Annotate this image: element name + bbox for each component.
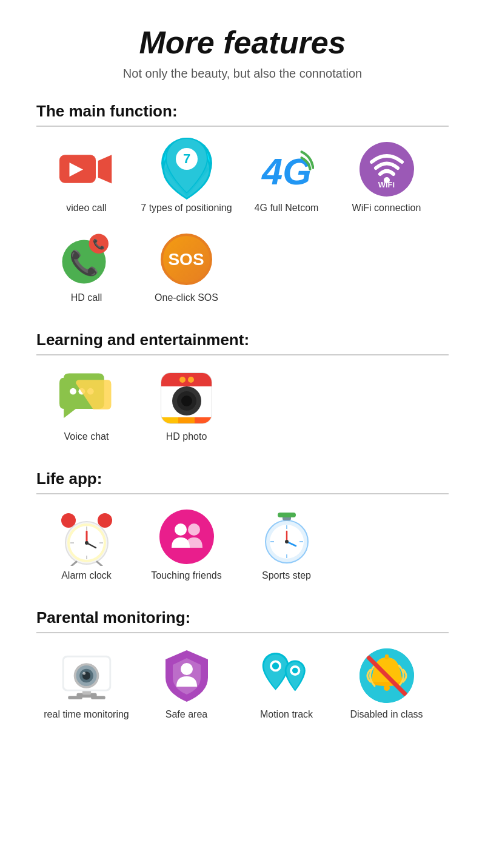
wifi-icon: WiFi <box>360 142 414 197</box>
page-title: More features <box>36 24 449 61</box>
feature-sos: SOS One-click SOS <box>136 232 236 303</box>
svg-marker-1 <box>98 155 112 183</box>
section-main-function: The main function: video call <box>36 102 449 309</box>
feature-wifi: WiFi WiFi connection <box>336 142 436 214</box>
page-wrapper: More features Not only the beauty, but a… <box>0 0 485 772</box>
alarm-clock-icon <box>59 510 114 564</box>
svg-rect-46 <box>278 513 296 517</box>
4g-label: 4G full Netcom <box>255 203 319 214</box>
feature-disabled-in-class: Disabled in class <box>336 648 436 720</box>
section-header-main-function: The main function: <box>36 102 449 127</box>
svg-text:4G: 4G <box>261 150 312 192</box>
voice-chat-icon <box>59 371 114 425</box>
feature-alarm-clock: Alarm clock <box>36 510 136 581</box>
wifi-label: WiFi connection <box>352 203 421 214</box>
svg-line-30 <box>72 562 76 566</box>
svg-point-15 <box>70 388 76 395</box>
hd-call-label: HD call <box>71 292 102 303</box>
svg-rect-57 <box>91 696 105 699</box>
disabled-in-class-icon <box>360 648 414 703</box>
4g-icon: 4G <box>259 142 314 197</box>
positioning-icon: 7 <box>159 142 214 197</box>
learning-grid: Voice chat <box>36 371 449 448</box>
touching-friends-icon <box>159 510 214 564</box>
section-header-learning: Learning and entertainment: <box>36 331 449 355</box>
svg-text:📞: 📞 <box>92 238 105 251</box>
svg-rect-56 <box>68 696 82 699</box>
hd-photo-label: HD photo <box>166 431 207 442</box>
feature-4g: 4G 4G full Netcom <box>236 142 336 214</box>
real-time-monitoring-label: real time monitoring <box>44 709 129 720</box>
sos-label: One-click SOS <box>155 292 218 303</box>
alarm-clock-label: Alarm clock <box>61 570 112 581</box>
hd-call-icon: 📞 📞 <box>59 232 114 286</box>
section-life-app: Life app: <box>36 469 449 587</box>
safe-area-icon <box>159 648 214 703</box>
motion-track-icon <box>259 648 314 703</box>
svg-text:📞: 📞 <box>69 249 99 277</box>
section-header-parental: Parental monitoring: <box>36 608 449 633</box>
feature-voice-chat: Voice chat <box>36 371 136 442</box>
feature-touching-friends: Touching friends <box>136 510 236 581</box>
motion-track-label: Motion track <box>260 709 313 720</box>
life-app-grid: Alarm clock Touching friends <box>36 510 449 587</box>
main-function-grid: video call 7 <box>36 142 449 309</box>
video-call-label: video call <box>66 203 107 214</box>
feature-real-time-monitoring: real time monitoring <box>36 648 136 720</box>
feature-positioning: 7 7 types of positioning <box>136 142 236 214</box>
feature-video-call: video call <box>36 142 136 214</box>
sos-icon: SOS <box>159 232 214 286</box>
sports-step-label: Sports step <box>262 570 311 581</box>
svg-text:7: 7 <box>182 151 190 166</box>
svg-line-31 <box>97 562 102 566</box>
svg-point-55 <box>82 672 85 675</box>
video-call-icon <box>59 142 114 197</box>
safe-area-label: Safe area <box>166 709 207 720</box>
feature-hd-call: 📞 📞 HD call <box>36 232 136 303</box>
real-time-monitoring-icon <box>59 648 114 703</box>
svg-point-60 <box>272 662 278 669</box>
svg-point-62 <box>292 668 298 673</box>
parental-monitoring-grid: real time monitoring Safe <box>36 648 449 726</box>
hd-photo-icon <box>159 371 214 425</box>
touching-friends-label: Touching friends <box>151 570 222 581</box>
svg-point-29 <box>85 541 89 545</box>
feature-hd-photo: HD photo <box>136 371 236 442</box>
feature-sports-step: Sports step <box>236 510 336 581</box>
section-parental-monitoring: Parental monitoring: <box>36 608 449 726</box>
svg-rect-65 <box>385 654 389 659</box>
voice-chat-label: Voice chat <box>64 431 109 442</box>
svg-point-58 <box>181 663 193 675</box>
section-header-life-app: Life app: <box>36 469 449 494</box>
svg-point-33 <box>188 523 200 536</box>
sports-step-icon <box>259 510 314 564</box>
disabled-in-class-label: Disabled in class <box>350 709 423 720</box>
svg-point-64 <box>384 685 390 691</box>
page-subtitle: Not only the beauty, but also the connot… <box>36 67 449 81</box>
positioning-label: 7 types of positioning <box>141 203 232 214</box>
svg-point-45 <box>285 540 289 543</box>
svg-text:SOS: SOS <box>168 250 204 269</box>
feature-motion-track: Motion track <box>236 648 336 720</box>
section-learning: Learning and entertainment: <box>36 331 449 448</box>
feature-safe-area: Safe area <box>136 648 236 720</box>
svg-point-32 <box>175 523 187 536</box>
